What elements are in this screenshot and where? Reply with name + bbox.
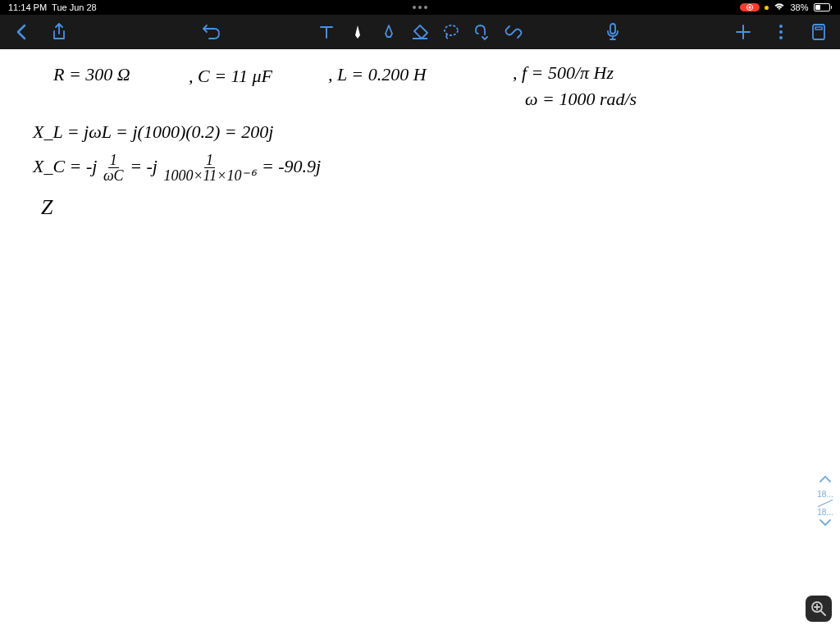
status-time: 11:14 PM [8,2,47,12]
lasso-tool-button[interactable] [441,22,461,42]
share-button[interactable] [49,22,69,42]
status-date: Tue Jun 28 [52,2,97,12]
highlighter-tool-button[interactable] [379,22,399,42]
hw-w: ω = 1000 rad/s [525,89,637,110]
link-tool-button[interactable] [504,22,523,42]
status-right: 38% [740,2,832,12]
pages-button[interactable] [809,22,829,42]
zoom-button[interactable] [806,596,832,622]
mic-indicator-dot [765,6,769,10]
svg-point-3 [779,30,783,34]
status-bar: 11:14 PM Tue Jun 28 38% [0,0,840,15]
more-button[interactable] [771,22,791,42]
hw-f: , f = 500/π Hz [513,62,614,84]
page-up-button[interactable] [819,475,832,488]
pen-tool-button[interactable] [348,22,368,42]
record-icon [746,4,753,11]
hw-z: Z [41,195,52,220]
hw-c: , C = 11 μF [189,66,272,87]
hw-r: R = 300 Ω [53,64,130,85]
app-toolbar [0,15,840,49]
hw-xl: X_L = jωL = j(1000)(0.2) = 200j [33,121,273,143]
note-canvas[interactable]: R = 300 Ω , C = 11 μF , L = 0.200 H , f … [0,49,840,630]
svg-point-4 [779,36,783,39]
screen-record-indicator[interactable] [740,3,760,11]
hw-l: , L = 0.200 H [328,64,427,85]
page-current: 18... [817,490,833,499]
text-tool-button[interactable] [317,22,336,42]
svg-rect-6 [815,27,822,30]
hw-xc: X_C = -j 1ωC = -j 11000×11×10⁻⁶ = -90.9j [33,153,321,183]
shape-tool-button[interactable] [472,22,492,42]
back-button[interactable] [11,22,31,42]
page-divider [818,500,833,507]
battery-icon [814,3,833,11]
page-navigator: 18... 18... [817,475,833,532]
svg-point-0 [445,25,458,35]
multitask-indicator[interactable] [413,6,427,9]
page-down-button[interactable] [819,518,832,532]
undo-button[interactable] [202,22,221,42]
mic-button[interactable] [603,22,623,42]
battery-pct: 38% [790,2,808,12]
eraser-tool-button[interactable] [410,22,430,42]
add-button[interactable] [733,22,753,42]
status-left: 11:14 PM Tue Jun 28 [8,2,97,12]
page-total: 18... [817,508,833,517]
svg-point-2 [779,25,783,28]
wifi-icon [774,2,785,12]
svg-rect-1 [610,24,615,34]
